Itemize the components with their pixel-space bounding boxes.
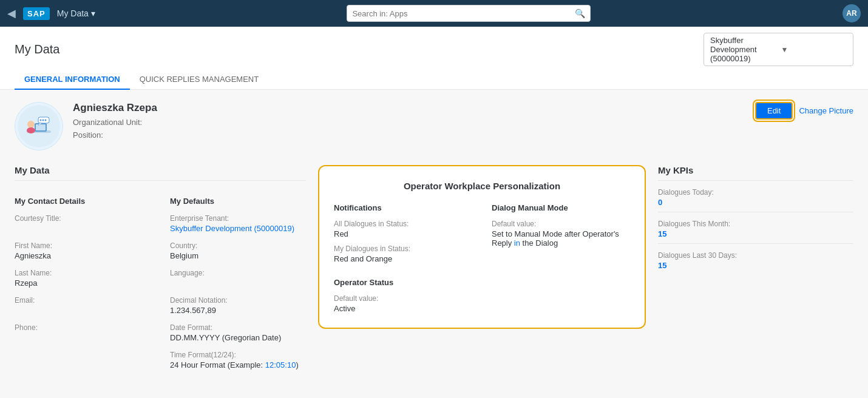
decimal-notation-label: Decimal Notation: — [170, 296, 306, 305]
all-dialogues-label: All Dialogues in Status: — [334, 220, 472, 228]
last-name-value: Rzepa — [15, 278, 151, 288]
tenant-select[interactable]: Skybuffer Development (50000019) ▼ — [704, 33, 853, 66]
svg-point-4 — [27, 121, 35, 128]
my-dialogues-value: Red and Orange — [334, 254, 472, 263]
op-status-default-value: Active — [334, 304, 472, 313]
defaults-col: My Defaults Enterprise Tenant: Skybuffer… — [170, 188, 306, 369]
profile-section: Agnieszka Rzepa Organizational Unit: Pos… — [15, 102, 853, 150]
back-button[interactable]: ◀ — [7, 7, 16, 20]
profile-position-label: Position: — [73, 129, 157, 142]
language-label: Language: — [170, 269, 306, 277]
top-nav: ◀ SAP My Data ▾ 🔍 AR — [0, 0, 868, 27]
phone-value — [15, 333, 151, 342]
owp-left-col: Notifications All Dialogues in Status: R… — [334, 203, 472, 313]
svg-point-8 — [40, 120, 42, 121]
time-format-value: 24 Hour Format (Example: 12:05:10) — [170, 360, 306, 369]
tenant-chevron-icon: ▼ — [781, 46, 847, 54]
dialogues-month-value: 15 — [658, 229, 853, 238]
user-avatar[interactable]: AR — [843, 4, 861, 22]
phone-label: Phone: — [15, 323, 151, 332]
page-title: My Data — [15, 42, 59, 56]
all-dialogues-value: Red — [334, 229, 472, 238]
language-value — [170, 278, 306, 288]
content-area: Agnieszka Rzepa Organizational Unit: Pos… — [0, 90, 868, 398]
dialog-manual-default-label: Default value: — [492, 220, 630, 228]
change-picture-link[interactable]: Change Picture — [799, 106, 853, 115]
owp-right-col: Dialog Manual Mode Default value: Set to… — [492, 203, 630, 313]
my-data-nav-label[interactable]: My Data ▾ — [57, 8, 95, 18]
courtesy-title-label: Courtesy Title: — [15, 214, 151, 223]
dialogues-30days-label: Dialogues Last 30 Days: — [658, 251, 853, 260]
decimal-notation-value: 1.234.567,89 — [170, 306, 306, 315]
op-status-default-label: Default value: — [334, 294, 472, 303]
contact-col: My Contact Details Courtesy Title: First… — [15, 188, 151, 369]
email-label: Email: — [15, 296, 151, 305]
dialog-manual-title: Dialog Manual Mode — [492, 203, 630, 212]
my-data-section-title: My Data — [15, 165, 306, 181]
search-input[interactable] — [352, 9, 575, 18]
kpi-divider-1 — [658, 212, 853, 212]
defaults-title: My Defaults — [170, 197, 306, 206]
notifications-title: Notifications — [334, 203, 472, 212]
contact-title: My Contact Details — [15, 197, 151, 206]
data-grid: My Contact Details Courtesy Title: First… — [15, 188, 306, 369]
operator-status-title: Operator Status — [334, 278, 472, 287]
owp-title: Operator Workplace Personalization — [334, 181, 630, 191]
country-label: Country: — [170, 241, 306, 250]
kpi-divider-2 — [658, 243, 853, 244]
tenant-label: Skybuffer Development (50000019) — [710, 36, 776, 63]
profile-org-label: Organizational Unit: — [73, 116, 157, 129]
tab-general-information[interactable]: GENERAL INFORMATION — [15, 70, 130, 90]
first-name-value: Agnieszka — [15, 251, 151, 260]
date-format-value: DD.MM.YYYY (Gregorian Date) — [170, 333, 306, 342]
kpis-column: My KPIs Dialogues Today: 0 Dialogues Thi… — [658, 165, 853, 270]
dialogues-30days-value: 15 — [658, 261, 853, 270]
dialogues-month-label: Dialogues This Month: — [658, 220, 853, 228]
sap-logo: SAP — [23, 7, 50, 20]
courtesy-title-value — [15, 224, 151, 233]
tabs: GENERAL INFORMATION QUICK REPLIES MANAGE… — [15, 70, 853, 89]
enterprise-tenant-label: Enterprise Tenant: — [170, 214, 306, 223]
left-column: My Data My Contact Details Courtesy Titl… — [15, 165, 306, 369]
tab-quick-replies[interactable]: QUICK REPLIES MANAGEMENT — [130, 70, 268, 90]
enterprise-tenant-value: Skybuffer Development (50000019) — [170, 224, 306, 233]
profile-name: Agnieszka Rzepa — [73, 102, 157, 114]
page-header: My Data Skybuffer Development (50000019)… — [0, 27, 868, 90]
last-name-label: Last Name: — [15, 269, 151, 277]
search-bar[interactable]: 🔍 — [347, 5, 591, 22]
profile-avatar — [15, 102, 63, 150]
svg-point-10 — [45, 120, 47, 121]
svg-point-9 — [42, 120, 44, 121]
my-dialogues-label: My Dialogues in Status: — [334, 245, 472, 253]
country-value: Belgium — [170, 251, 306, 260]
edit-btn-area: Edit Change Picture — [755, 102, 853, 120]
dialogues-today-value: 0 — [658, 198, 853, 207]
svg-rect-3 — [36, 124, 46, 130]
email-value — [15, 306, 151, 315]
search-wrap: 🔍 — [103, 5, 835, 22]
profile-info: Agnieszka Rzepa Organizational Unit: Pos… — [73, 102, 157, 142]
svg-point-5 — [27, 127, 35, 133]
time-format-label: Time Format(12/24): — [170, 351, 306, 359]
dialogues-today-label: Dialogues Today: — [658, 188, 853, 197]
owp-columns: Notifications All Dialogues in Status: R… — [334, 203, 630, 313]
edit-button[interactable]: Edit — [755, 102, 793, 120]
date-format-label: Date Format: — [170, 323, 306, 332]
main-columns: My Data My Contact Details Courtesy Titl… — [15, 165, 853, 369]
first-name-label: First Name: — [15, 241, 151, 250]
nav-chevron-icon: ▾ — [91, 8, 95, 18]
operator-wp-panel: Operator Workplace Personalization Notif… — [318, 165, 646, 329]
kpis-title: My KPIs — [658, 165, 853, 181]
dialog-manual-default-value: Set to Manual Mode after Operator's Repl… — [492, 229, 630, 248]
search-icon: 🔍 — [575, 8, 585, 18]
